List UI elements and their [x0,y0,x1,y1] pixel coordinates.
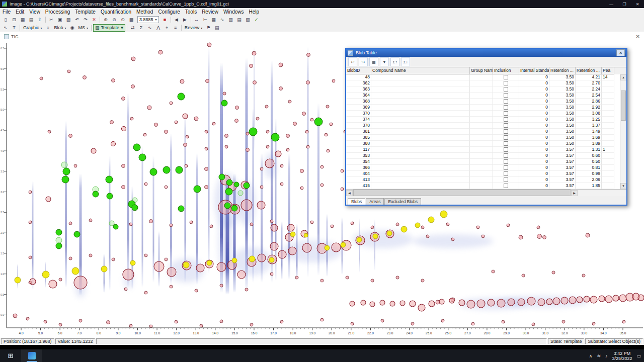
blob-point[interactable] [300,187,303,190]
blob-point[interactable] [532,323,535,326]
blob-point[interactable] [306,145,309,148]
blob-point[interactable] [320,184,324,187]
blob-point[interactable] [129,223,132,226]
blob-point-template[interactable] [163,166,170,173]
blob-point[interactable] [149,325,152,328]
inclusion-checkbox[interactable] [504,177,508,182]
blob-point[interactable] [143,133,146,136]
blob-point-large[interactable] [287,224,294,231]
inclusion-checkbox[interactable] [504,129,508,134]
blob-point-selected[interactable] [130,260,135,265]
blob-point[interactable] [270,220,273,223]
blob-point[interactable] [110,121,114,124]
table-row[interactable]: 37403.503.25 [346,117,626,123]
blob-point[interactable] [122,164,125,168]
column-header-pea[interactable]: Pea [602,67,614,74]
blob-point[interactable] [124,288,127,291]
blob-point-template[interactable] [225,188,232,195]
blob-point-large[interactable] [122,127,126,131]
table-row[interactable]: 36203.502.70 [346,80,626,86]
blob-point[interactable] [552,271,555,274]
blob-point-large[interactable] [467,300,475,308]
blob-point[interactable] [302,112,306,116]
table-row[interactable]: 37003.503.08 [346,111,626,117]
blob-point-large[interactable] [271,224,278,231]
blob-point-template[interactable] [178,206,184,212]
blob-point-selected[interactable] [325,245,330,250]
blob-point[interactable] [250,323,253,326]
blob-point[interactable] [592,322,595,325]
blob-point[interactable] [131,85,135,88]
blob-point-large[interactable] [527,297,535,305]
horizontal-scroll-thumb[interactable] [353,190,571,196]
blob-point-large[interactable] [561,297,568,304]
scroll-left-icon[interactable]: ◀ [346,190,353,196]
blob-point-large[interactable] [605,296,612,303]
blob-point[interactable] [270,273,273,276]
blob-point-large[interactable] [380,300,385,305]
blob-point-large[interactable] [390,301,395,306]
blob-point[interactable] [471,322,474,325]
table-row[interactable]: 40403.570.99 [346,171,626,177]
table-row[interactable]: 41303.572.06 [346,177,626,183]
blob-point-selected[interactable] [387,231,392,236]
blob-point[interactable] [89,219,92,222]
blob-point-large[interactable] [569,297,576,304]
vertical-scroll-thumb[interactable] [621,90,626,121]
blob-point[interactable] [69,222,72,225]
blob-point-template[interactable] [150,168,157,175]
inclusion-checkbox[interactable] [504,75,508,79]
blob-point-large[interactable] [429,301,435,307]
horizontal-scrollbar[interactable]: ◀ ▶ [346,190,626,196]
tic-close-icon[interactable]: ✕ [636,34,640,39]
blob-point[interactable] [144,254,147,257]
inclusion-checkbox[interactable] [504,81,508,85]
vertical-scrollbar[interactable]: ▲ ▼ [620,74,626,189]
blob-point[interactable] [346,276,349,279]
blob-point[interactable] [144,291,147,294]
network-icon[interactable]: ≋ [597,353,601,358]
blob-point-large[interactable] [270,242,278,250]
blob-point[interactable] [507,224,510,227]
blob-point-large[interactable] [217,262,226,272]
blob-point-template[interactable] [178,93,185,100]
sort-retention2-icon[interactable]: Σ↓ [401,57,410,66]
table-row[interactable]: 36403.502.54 [346,93,626,99]
table-row[interactable]: 35403.570.50 [346,159,626,165]
blob-point[interactable] [245,288,248,291]
blob-point[interactable] [205,147,208,150]
blob-point-large[interactable] [123,269,134,280]
blob-point[interactable] [280,183,283,186]
blob-point-large[interactable] [241,200,252,211]
blob-point[interactable] [44,320,47,323]
blob-point-selected[interactable] [304,233,308,237]
blob-point-large[interactable] [237,270,246,279]
blob-point[interactable] [411,322,414,325]
blob-point[interactable] [371,279,374,282]
blob-point[interactable] [320,318,324,321]
blob-point[interactable] [26,317,29,320]
blob-point[interactable] [537,234,542,239]
blob-point[interactable] [48,130,51,133]
blob-point[interactable] [300,169,304,173]
blob-point-large[interactable] [30,279,36,285]
blob-point[interactable] [396,223,399,226]
blob-point[interactable] [266,130,269,133]
blob-point[interactable] [175,121,178,124]
blob-point-selected[interactable] [207,260,212,265]
inclusion-checkbox[interactable] [504,111,508,116]
blob-point-large[interactable] [459,300,465,306]
blob-point[interactable] [330,123,333,126]
blob-point[interactable] [59,278,62,281]
blob-point-large[interactable] [439,299,444,304]
blob-point-template[interactable] [176,166,183,173]
blob-point[interactable] [246,148,250,152]
blob-point[interactable] [165,258,168,261]
blob-point[interactable] [326,105,329,108]
blob-point-template[interactable] [139,154,146,161]
blob-point[interactable] [220,284,223,287]
action-center-icon[interactable]: ▭ [636,353,641,358]
blob-point[interactable] [246,132,249,135]
blob-point[interactable] [225,134,228,138]
blob-point[interactable] [122,186,125,189]
